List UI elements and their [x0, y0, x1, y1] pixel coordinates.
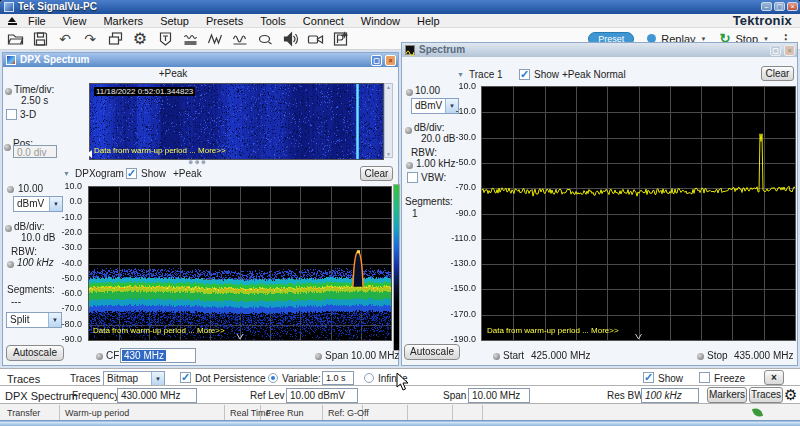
spectrum-plot[interactable]: [481, 86, 796, 341]
trace1-disclosure-icon[interactable]: ▼: [457, 71, 464, 78]
adjust-knob-icon[interactable]: [405, 127, 412, 134]
menu-connect[interactable]: Connect: [303, 15, 344, 27]
menu-tools[interactable]: Tools: [260, 15, 286, 27]
pos-input[interactable]: 0.0 div: [13, 145, 57, 158]
dpx-span-value[interactable]: 10.00 MHz: [351, 350, 399, 361]
preset-new-icon[interactable]: [330, 29, 350, 48]
adjust-knob-icon[interactable]: [7, 261, 14, 268]
scroll-up-icon[interactable]: ▲: [386, 84, 391, 90]
dpx-autoscale-button[interactable]: Autoscale: [6, 345, 64, 361]
dpxogram-clear-button[interactable]: Clear: [360, 166, 393, 181]
spectrum-warmup-message[interactable]: Data from warm-up period ... More>>: [487, 326, 619, 335]
splitter-handle[interactable]: ●●●: [188, 157, 207, 167]
menu-help[interactable]: Help: [417, 15, 440, 27]
adjust-knob-icon[interactable]: [406, 89, 413, 96]
dpx-panel-titlebar[interactable]: DPX Spectrum ▢ ×: [3, 53, 398, 67]
save-icon[interactable]: [30, 29, 50, 48]
spectrum-close-button[interactable]: ×: [784, 45, 795, 56]
scroll-down-icon[interactable]: ▼: [386, 151, 391, 157]
menu-presets[interactable]: Presets: [206, 15, 243, 27]
title-bar[interactable]: Tek SignalVu-PC – ▢ ×: [0, 0, 800, 14]
spectrogram-warmup-message[interactable]: Data from warm-up period ... More>>: [94, 146, 226, 155]
menu-file[interactable]: File: [28, 15, 46, 27]
ref-lev-input[interactable]: 10.00 dBmV: [286, 388, 358, 403]
y-tick-label: -50.0: [455, 157, 476, 167]
spectrum-maximize-button[interactable]: ▢: [770, 45, 781, 56]
adjust-knob-icon[interactable]: [697, 353, 704, 360]
replay-chevron-icon[interactable]: ▼: [701, 36, 707, 42]
stop-value[interactable]: 435.000 MHz: [734, 350, 793, 361]
adjust-knob-icon[interactable]: [315, 353, 322, 360]
undo-icon[interactable]: ↶: [55, 29, 75, 48]
trace-display-icon[interactable]: [205, 29, 225, 48]
close-settings-button[interactable]: ×: [764, 370, 784, 385]
adjust-knob-icon[interactable]: [5, 225, 12, 232]
close-button[interactable]: ×: [787, 2, 798, 11]
dot-persistence-checkbox[interactable]: [180, 372, 191, 383]
settings-gear-icon[interactable]: ⚙: [130, 29, 150, 48]
y-tick-label: -30.0: [61, 242, 82, 252]
dpx-rbw-value[interactable]: 100 kHz: [17, 257, 54, 268]
spectrum-clear-button[interactable]: Clear: [761, 66, 794, 81]
threed-checkbox[interactable]: [6, 109, 17, 120]
dpx-db-div-value[interactable]: 10.0 dB: [21, 232, 55, 243]
menu-markers[interactable]: Markers: [103, 15, 143, 27]
touchscreen-icon[interactable]: [255, 29, 275, 48]
spectrum-panel-titlebar[interactable]: Spectrum ▢ ×: [402, 43, 797, 57]
spectrum-ref-level-value[interactable]: 10.00: [415, 85, 440, 96]
camera-icon[interactable]: [305, 29, 325, 48]
settings-gear-icon[interactable]: ⚙: [784, 386, 797, 404]
spectrogram-scrollbar[interactable]: ▲ ▼: [384, 83, 393, 158]
maximize-button[interactable]: ▢: [774, 2, 785, 11]
dpx-maximize-button[interactable]: ▢: [371, 55, 382, 66]
adjust-knob-icon[interactable]: [7, 186, 14, 193]
markers-button[interactable]: Markers: [707, 387, 747, 403]
audio-icon[interactable]: [280, 29, 300, 48]
time-overview-icon[interactable]: [230, 29, 250, 48]
adjust-knob-icon[interactable]: [493, 353, 500, 360]
dpxogram-disclosure-icon[interactable]: ▼: [63, 170, 70, 177]
traces-button[interactable]: Traces: [749, 387, 783, 403]
variable-radio[interactable]: [268, 373, 278, 383]
cascade-windows-icon[interactable]: [105, 29, 125, 48]
show-checkbox[interactable]: [643, 372, 654, 383]
vbw-checkbox[interactable]: [407, 172, 418, 183]
adjust-knob-icon[interactable]: [96, 353, 103, 360]
frequency-input[interactable]: 430.000 MHz: [117, 388, 197, 403]
adjust-knob-icon[interactable]: [5, 88, 12, 95]
dpx-ref-level-value[interactable]: 10.00: [18, 183, 43, 194]
freeze-checkbox[interactable]: [699, 372, 710, 383]
span-input[interactable]: 10.00 MHz: [468, 388, 530, 403]
menu-setup[interactable]: Setup: [160, 15, 189, 27]
spectrum-autoscale-button[interactable]: Autoscale: [404, 344, 460, 360]
traces-type-dropdown[interactable]: Bitmap▼: [103, 371, 165, 386]
dpx-display-icon[interactable]: [180, 29, 200, 48]
redo-icon[interactable]: ↷: [80, 29, 100, 48]
adjust-knob-icon[interactable]: [4, 144, 11, 151]
dpxogram-plot[interactable]: [88, 186, 392, 341]
spectrogram-timestamp: 11/18/2022 0:52:01.344823: [94, 87, 195, 96]
menu-bar: File View Markers Setup Presets Tools Co…: [0, 14, 800, 28]
y-tick-label: -20.0: [61, 227, 82, 237]
dpxogram-show-checkbox[interactable]: [126, 168, 137, 179]
time-div-value[interactable]: 2.50 s: [21, 95, 48, 106]
start-value[interactable]: 425.000 MHz: [531, 350, 590, 361]
adjust-knob-icon[interactable]: [406, 162, 413, 169]
infinite-radio[interactable]: [364, 373, 374, 383]
menu-view[interactable]: View: [63, 15, 87, 27]
trace1-show-checkbox[interactable]: [519, 69, 530, 80]
variable-input[interactable]: 1.0 s: [322, 371, 354, 385]
minimize-button[interactable]: –: [761, 2, 772, 11]
dpxogram-warmup-message[interactable]: Data from warm-up period ... More>>: [93, 326, 225, 335]
marker-tag-icon[interactable]: [155, 29, 175, 48]
frequency-label: Frequency: [72, 390, 119, 401]
window-title: Tek SignalVu-PC: [18, 1, 97, 12]
cf-input[interactable]: 430 MHz: [120, 348, 196, 363]
eject-icon[interactable]: [8, 17, 17, 25]
open-icon[interactable]: [5, 29, 25, 48]
menu-window[interactable]: Window: [361, 15, 400, 27]
stop-chevron-icon[interactable]: ▼: [763, 36, 769, 42]
dpx-close-button[interactable]: ×: [385, 55, 396, 66]
chevron-down-icon[interactable]: ▼: [151, 372, 164, 385]
res-bw-input[interactable]: 100 kHz: [641, 388, 699, 403]
